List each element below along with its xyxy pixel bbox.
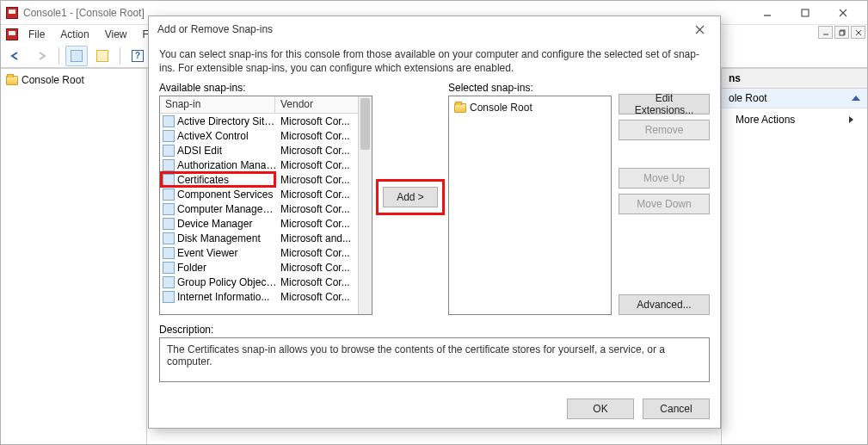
dialog-close-button[interactable] — [686, 19, 713, 40]
snapin-vendor: Microsoft Cor... — [277, 291, 358, 303]
actions-pane: ns ole Root More Actions — [721, 69, 867, 444]
tree-root-label: Console Root — [22, 74, 84, 86]
snapin-vendor: Microsoft Cor... — [277, 203, 358, 215]
app-icon — [6, 7, 18, 19]
snapin-icon — [162, 158, 175, 172]
snapin-name: Folder — [175, 262, 277, 274]
remove-button[interactable]: Remove — [619, 120, 710, 140]
tree-pane[interactable]: Console Root — [1, 69, 147, 444]
svg-rect-6 — [840, 31, 844, 35]
snapin-name: Active Directory Site... — [175, 115, 277, 127]
close-button[interactable] — [824, 2, 862, 24]
chevron-right-icon — [849, 116, 853, 123]
snapin-vendor: Microsoft Cor... — [277, 247, 358, 259]
snapin-vendor: Microsoft Cor... — [277, 276, 358, 288]
move-up-button[interactable]: Move Up — [619, 168, 710, 189]
snapin-icon — [162, 290, 175, 304]
snapin-row[interactable]: Active Directory Site...Microsoft Cor... — [160, 114, 358, 128]
snapin-name: ActiveX Control — [175, 130, 277, 142]
snapin-name: Group Policy Object ... — [175, 276, 277, 288]
snapin-icon — [162, 114, 175, 128]
snapin-icon — [162, 232, 175, 245]
dialog-title: Add or Remove Snap-ins — [157, 23, 273, 35]
snapin-vendor: Microsoft Cor... — [277, 262, 358, 274]
add-button[interactable]: Add > — [383, 187, 438, 207]
list-scrollbar[interactable] — [358, 96, 372, 314]
snapin-icon — [162, 261, 175, 275]
cancel-button[interactable]: Cancel — [643, 399, 710, 419]
snapin-vendor: Microsoft and... — [277, 232, 358, 244]
move-down-button[interactable]: Move Down — [619, 194, 710, 214]
snapin-vendor: Microsoft Cor... — [277, 159, 358, 171]
snapin-row[interactable]: ActiveX ControlMicrosoft Cor... — [160, 128, 358, 143]
folder-icon — [6, 76, 18, 85]
snapin-name: Authorization Manager — [175, 159, 277, 171]
minimize-button[interactable] — [748, 2, 786, 24]
snapin-vendor: Microsoft Cor... — [277, 218, 358, 230]
snapin-name: Certificates — [175, 174, 277, 186]
toolbar-btn-2[interactable] — [91, 46, 114, 66]
snapin-icon — [162, 129, 175, 143]
edit-extensions-button[interactable]: Edit Extensions... — [619, 94, 710, 114]
snapin-icon — [162, 275, 175, 289]
help-button[interactable]: ? — [126, 46, 149, 66]
menu-action[interactable]: Action — [53, 27, 95, 42]
snapin-name: Disk Management — [175, 232, 277, 244]
snapin-vendor: Microsoft Cor... — [277, 145, 358, 157]
col-snapin[interactable]: Snap-in — [160, 96, 275, 113]
snapin-row[interactable]: Group Policy Object ...Microsoft Cor... — [160, 275, 358, 289]
snapin-row[interactable]: FolderMicrosoft Cor... — [160, 260, 358, 275]
snapin-icon — [162, 144, 175, 158]
actions-more[interactable]: More Actions — [722, 108, 867, 131]
snapin-row[interactable]: CertificatesMicrosoft Cor... — [160, 172, 358, 187]
menu-view[interactable]: View — [98, 27, 134, 42]
dialog-intro: You can select snap-ins for this console… — [159, 47, 710, 75]
toolbar-btn-1[interactable] — [65, 46, 88, 66]
tree-root-item[interactable]: Console Root — [4, 72, 143, 88]
snapin-name: Device Manager — [175, 218, 277, 230]
ok-button[interactable]: OK — [567, 399, 634, 419]
window-title: Console1 - [Console Root] — [23, 7, 145, 19]
mdi-minimize-button[interactable] — [818, 26, 833, 39]
dialog-titlebar: Add or Remove Snap-ins — [149, 16, 720, 42]
snapin-icon — [162, 217, 175, 231]
snapin-vendor: Microsoft Cor... — [277, 174, 358, 186]
snapin-row[interactable]: Component ServicesMicrosoft Cor... — [160, 187, 358, 201]
description-box: The Certificates snap-in allows you to b… — [159, 337, 710, 382]
snapin-row[interactable]: Internet Informatio...Microsoft Cor... — [160, 289, 358, 304]
advanced-button[interactable]: Advanced... — [619, 294, 710, 315]
mdi-restore-button[interactable] — [834, 26, 849, 39]
snapin-row[interactable]: Authorization ManagerMicrosoft Cor... — [160, 158, 358, 172]
forward-button[interactable] — [30, 46, 52, 66]
snapin-name: Component Services — [175, 189, 277, 201]
selected-root-item[interactable]: Console Root — [452, 100, 607, 115]
actions-more-label: More Actions — [736, 114, 795, 126]
back-button[interactable] — [4, 46, 27, 66]
collapse-icon — [852, 96, 860, 101]
snapin-row[interactable]: Disk ManagementMicrosoft and... — [160, 231, 358, 245]
maximize-button[interactable] — [786, 2, 824, 24]
snapin-name: Internet Informatio... — [175, 291, 277, 303]
menu-file[interactable]: File — [22, 27, 52, 42]
mdi-close-button[interactable] — [851, 26, 865, 39]
snapin-vendor: Microsoft Cor... — [277, 130, 358, 142]
svg-rect-1 — [802, 9, 809, 16]
snapin-name: Event Viewer — [175, 247, 277, 259]
snapin-row[interactable]: Computer Managem...Microsoft Cor... — [160, 201, 358, 216]
snapin-vendor: Microsoft Cor... — [277, 115, 358, 127]
selected-label: Selected snap-ins: — [448, 82, 612, 94]
available-label: Available snap-ins: — [159, 82, 372, 94]
selected-snapins-tree[interactable]: Console Root — [448, 96, 612, 315]
available-snapins-list[interactable]: Snap-in Vendor Active Directory Site...M… — [159, 96, 372, 315]
snapin-row[interactable]: ADSI EditMicrosoft Cor... — [160, 143, 358, 158]
actions-header: ns — [722, 69, 867, 89]
snapin-icon — [162, 202, 175, 216]
actions-subheader[interactable]: ole Root — [722, 89, 867, 108]
snapin-row[interactable]: Event ViewerMicrosoft Cor... — [160, 245, 358, 260]
snapin-vendor: Microsoft Cor... — [277, 189, 358, 201]
actions-subheader-label: ole Root — [729, 92, 767, 104]
snapin-row[interactable]: Device ManagerMicrosoft Cor... — [160, 216, 358, 231]
doc-icon — [6, 28, 18, 40]
snapin-name: ADSI Edit — [175, 145, 277, 157]
snapin-icon — [162, 188, 175, 201]
